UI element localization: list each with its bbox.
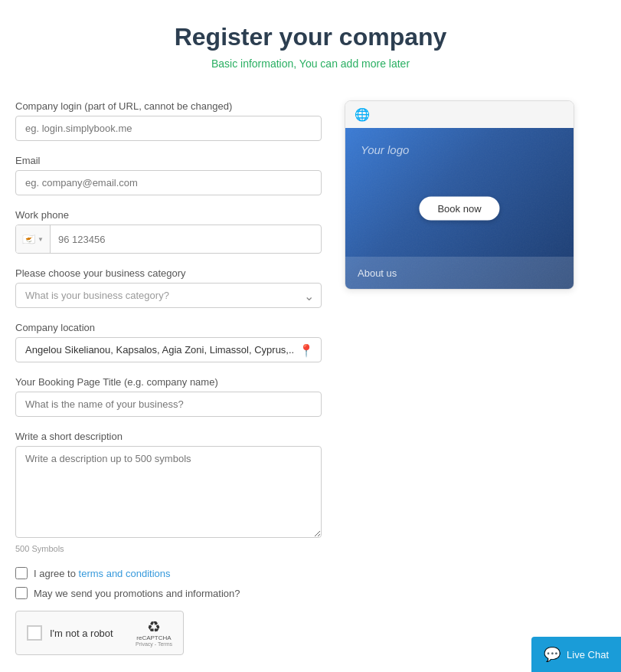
business-category-group: Please choose your business category Wha… bbox=[15, 267, 322, 308]
phone-label: Work phone bbox=[15, 209, 322, 221]
promotions-label: May we send you promotions and informati… bbox=[34, 588, 240, 599]
company-login-input[interactable] bbox=[15, 116, 322, 141]
live-chat-button[interactable]: 💬 Live Chat bbox=[531, 637, 621, 672]
promotions-checkbox[interactable] bbox=[15, 587, 28, 599]
page-header: Register your company Basic information,… bbox=[15, 23, 606, 70]
preview-booking-area: Your logo Book now About us bbox=[345, 128, 574, 289]
phone-group: Work phone 🇨🇾 ▼ bbox=[15, 209, 322, 254]
recaptcha-brand-text: reCAPTCHA bbox=[136, 634, 172, 641]
company-location-group: Company location 📍 bbox=[15, 322, 322, 362]
description-textarea[interactable] bbox=[15, 446, 322, 538]
preview-card: 🌐 Your logo Book now About us bbox=[345, 100, 574, 290]
email-group: Email bbox=[15, 155, 322, 195]
phone-flag-selector[interactable]: 🇨🇾 ▼ bbox=[16, 225, 51, 253]
recaptcha-widget: I'm not a robot ♻ reCAPTCHA Privacy - Te… bbox=[15, 611, 184, 655]
email-input[interactable] bbox=[15, 170, 322, 195]
globe-icon: 🌐 bbox=[355, 107, 370, 122]
chevron-down-icon: ▼ bbox=[38, 236, 44, 243]
company-location-label: Company location bbox=[15, 322, 322, 333]
recaptcha-links-text: Privacy - Terms bbox=[136, 641, 172, 647]
preview-top-bar: 🌐 bbox=[345, 101, 574, 128]
booking-title-input[interactable] bbox=[15, 392, 322, 417]
company-location-input[interactable] bbox=[15, 337, 322, 362]
flag-icon: 🇨🇾 bbox=[22, 233, 35, 245]
business-category-select[interactable]: What is your business category? bbox=[15, 283, 322, 308]
terms-link[interactable]: terms and conditions bbox=[79, 568, 171, 579]
terms-label: I agree to terms and conditions bbox=[34, 568, 171, 579]
agree-text: I agree to bbox=[34, 568, 79, 579]
preview-logo-text: Your logo bbox=[361, 143, 409, 156]
recaptcha-logo: ♻ reCAPTCHA Privacy - Terms bbox=[136, 619, 172, 647]
recaptcha-left: I'm not a robot bbox=[27, 625, 113, 641]
terms-checkbox-group: I agree to terms and conditions bbox=[15, 567, 322, 579]
booking-preview: 🌐 Your logo Book now About us bbox=[345, 100, 574, 290]
chat-icon: 💬 bbox=[544, 646, 561, 663]
email-label: Email bbox=[15, 155, 322, 166]
company-login-group: Company login (part of URL, cannot be ch… bbox=[15, 100, 322, 141]
terms-checkbox[interactable] bbox=[15, 567, 28, 579]
page-title: Register your company bbox=[15, 23, 606, 51]
phone-wrapper: 🇨🇾 ▼ bbox=[15, 225, 322, 254]
registration-form: Company login (part of URL, cannot be ch… bbox=[15, 100, 322, 655]
preview-book-button[interactable]: Book now bbox=[419, 197, 499, 221]
live-chat-label: Live Chat bbox=[567, 649, 609, 661]
recaptcha-checkbox[interactable] bbox=[27, 625, 42, 641]
page-subtitle: Basic information, You can add more late… bbox=[15, 57, 606, 70]
location-pin-icon: 📍 bbox=[299, 343, 314, 357]
promotions-checkbox-group: May we send you promotions and informati… bbox=[15, 587, 322, 599]
recaptcha-label: I'm not a robot bbox=[50, 628, 113, 639]
description-group: Write a short description 500 Symbols bbox=[15, 431, 322, 553]
preview-about-text: About us bbox=[358, 267, 397, 279]
recaptcha-icon: ♻ bbox=[136, 619, 172, 634]
preview-about-section: About us bbox=[345, 257, 574, 289]
company-login-label: Company login (part of URL, cannot be ch… bbox=[15, 100, 322, 112]
phone-input[interactable] bbox=[51, 228, 321, 251]
business-category-label: Please choose your business category bbox=[15, 267, 322, 279]
char-count: 500 Symbols bbox=[15, 544, 322, 553]
description-label: Write a short description bbox=[15, 431, 322, 442]
booking-title-group: Your Booking Page Title (e.g. company na… bbox=[15, 376, 322, 417]
booking-title-label: Your Booking Page Title (e.g. company na… bbox=[15, 376, 322, 388]
business-category-wrapper: What is your business category? ⌄ bbox=[15, 283, 322, 308]
location-wrapper: 📍 bbox=[15, 337, 322, 362]
